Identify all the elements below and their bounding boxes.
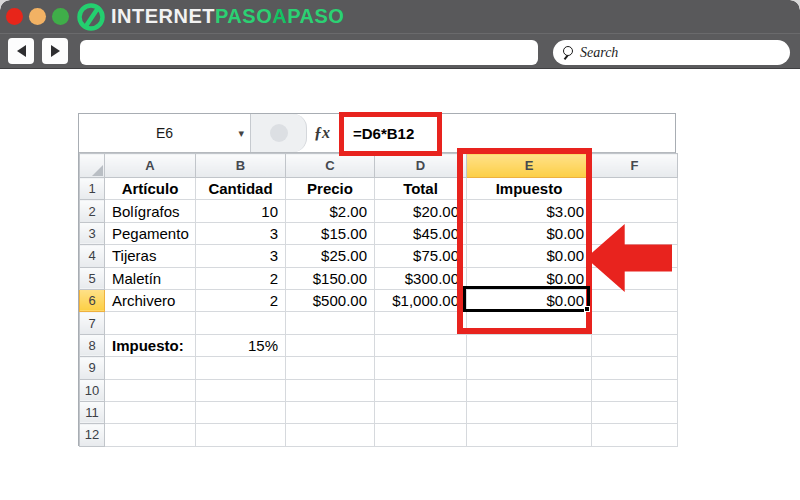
cell-B8[interactable]: 15%: [196, 334, 286, 356]
cell-B7[interactable]: [196, 312, 286, 334]
row-header-5[interactable]: 5: [80, 267, 105, 289]
select-all-corner[interactable]: [80, 154, 105, 178]
cell-F3[interactable]: [592, 222, 678, 244]
row-header-6[interactable]: 6: [80, 289, 105, 311]
cell-C1[interactable]: Precio: [286, 178, 375, 200]
cell-F1[interactable]: [592, 178, 678, 200]
forward-button[interactable]: [42, 38, 68, 64]
cell-E8[interactable]: [467, 334, 592, 356]
cell-E1[interactable]: Impuesto: [467, 178, 592, 200]
search-box[interactable]: Search: [553, 40, 790, 65]
cell-D1[interactable]: Total: [375, 178, 467, 200]
row-header-8[interactable]: 8: [80, 334, 105, 356]
cell-C6[interactable]: $500.00: [286, 289, 375, 311]
cell-C8[interactable]: [286, 334, 375, 356]
formula-input[interactable]: =D6*B12: [337, 114, 675, 152]
col-header-A[interactable]: A: [105, 154, 196, 178]
row-header-9[interactable]: 9: [80, 357, 105, 379]
row-header-4[interactable]: 4: [80, 245, 105, 267]
cell-C7[interactable]: [286, 312, 375, 334]
cell-A10[interactable]: [105, 379, 196, 401]
cell-E12[interactable]: [467, 424, 592, 446]
cell-B4[interactable]: 3: [196, 245, 286, 267]
cell-C12[interactable]: [286, 424, 375, 446]
cell-C11[interactable]: [286, 401, 375, 423]
cell-A3[interactable]: Pegamento: [105, 222, 196, 244]
cell-D10[interactable]: [375, 379, 467, 401]
cell-D9[interactable]: [375, 357, 467, 379]
cell-E7[interactable]: [467, 312, 592, 334]
cell-C2[interactable]: $2.00: [286, 200, 375, 222]
cell-B1[interactable]: Cantidad: [196, 178, 286, 200]
cell-D2[interactable]: $20.00: [375, 200, 467, 222]
col-header-D[interactable]: D: [375, 154, 467, 178]
cell-D7[interactable]: [375, 312, 467, 334]
cell-F7[interactable]: [592, 312, 678, 334]
row-header-2[interactable]: 2: [80, 200, 105, 222]
cell-B6[interactable]: 2: [196, 289, 286, 311]
cell-D5[interactable]: $300.00: [375, 267, 467, 289]
cell-C10[interactable]: [286, 379, 375, 401]
row-header-11[interactable]: 11: [80, 401, 105, 423]
cell-C4[interactable]: $25.00: [286, 245, 375, 267]
cell-E9[interactable]: [467, 357, 592, 379]
cell-B3[interactable]: 3: [196, 222, 286, 244]
cell-A1[interactable]: Artículo: [105, 178, 196, 200]
back-button[interactable]: [8, 38, 34, 64]
row-header-1[interactable]: 1: [80, 178, 105, 200]
cell-B9[interactable]: [196, 357, 286, 379]
cell-D12[interactable]: [375, 424, 467, 446]
insert-function-button[interactable]: ƒx: [307, 114, 337, 152]
row-header-3[interactable]: 3: [80, 222, 105, 244]
name-box[interactable]: E6 ▾: [79, 114, 251, 152]
cell-F10[interactable]: [592, 379, 678, 401]
cell-E5[interactable]: $0.00: [467, 267, 592, 289]
cell-A9[interactable]: [105, 357, 196, 379]
cell-A11[interactable]: [105, 401, 196, 423]
row-header-12[interactable]: 12: [80, 424, 105, 446]
cell-C3[interactable]: $15.00: [286, 222, 375, 244]
cell-C9[interactable]: [286, 357, 375, 379]
cell-E11[interactable]: [467, 401, 592, 423]
cell-A6[interactable]: Archivero: [105, 289, 196, 311]
cell-A12[interactable]: [105, 424, 196, 446]
cell-E10[interactable]: [467, 379, 592, 401]
cell-A2[interactable]: Bolígrafos: [105, 200, 196, 222]
cell-F11[interactable]: [592, 401, 678, 423]
chevron-down-icon[interactable]: ▾: [238, 127, 244, 140]
cell-E2[interactable]: $3.00: [467, 200, 592, 222]
cell-F12[interactable]: [592, 424, 678, 446]
address-bar-input[interactable]: [80, 40, 538, 65]
row-header-10[interactable]: 10: [80, 379, 105, 401]
cell-E6[interactable]: $0.00: [467, 289, 592, 311]
minimize-window-icon[interactable]: [29, 8, 46, 25]
cell-B10[interactable]: [196, 379, 286, 401]
cell-D4[interactable]: $75.00: [375, 245, 467, 267]
col-header-F[interactable]: F: [592, 154, 678, 178]
formula-bar-splitter[interactable]: [251, 114, 307, 152]
cell-B12[interactable]: [196, 424, 286, 446]
cell-A5[interactable]: Maletín: [105, 267, 196, 289]
cell-B11[interactable]: [196, 401, 286, 423]
cell-D11[interactable]: [375, 401, 467, 423]
cell-D6[interactable]: $1,000.00: [375, 289, 467, 311]
cell-A4[interactable]: Tijeras: [105, 245, 196, 267]
cell-D8[interactable]: [375, 334, 467, 356]
cell-A7[interactable]: [105, 312, 196, 334]
cell-B2[interactable]: 10: [196, 200, 286, 222]
cell-A8[interactable]: Impuesto:: [105, 334, 196, 356]
row-header-7[interactable]: 7: [80, 312, 105, 334]
cell-E4[interactable]: $0.00: [467, 245, 592, 267]
close-window-icon[interactable]: [6, 8, 23, 25]
cell-F9[interactable]: [592, 357, 678, 379]
cell-D3[interactable]: $45.00: [375, 222, 467, 244]
col-header-C[interactable]: C: [286, 154, 375, 178]
cell-E3[interactable]: $0.00: [467, 222, 592, 244]
col-header-B[interactable]: B: [196, 154, 286, 178]
cell-F2[interactable]: [592, 200, 678, 222]
cell-B5[interactable]: 2: [196, 267, 286, 289]
cell-F8[interactable]: [592, 334, 678, 356]
col-header-E[interactable]: E: [467, 154, 592, 178]
maximize-window-icon[interactable]: [52, 8, 69, 25]
cell-C5[interactable]: $150.00: [286, 267, 375, 289]
